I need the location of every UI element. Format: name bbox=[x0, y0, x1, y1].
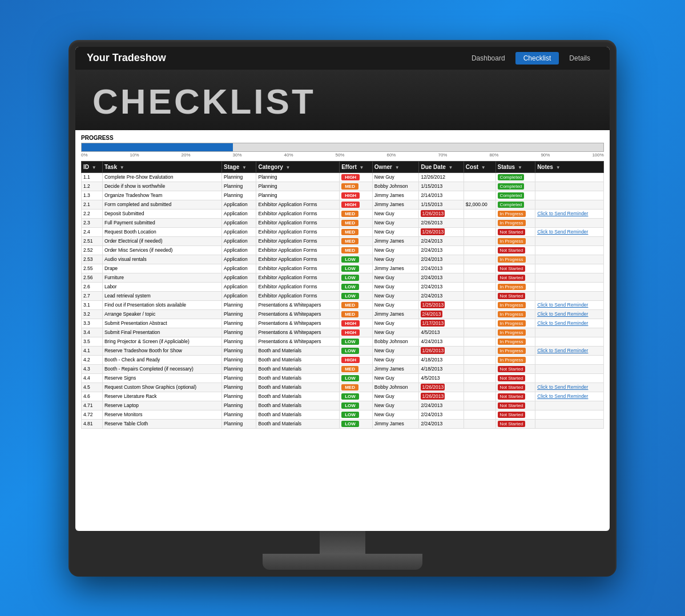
cell-notes[interactable]: Click to Send Reminder bbox=[535, 209, 604, 218]
cell-cost bbox=[464, 410, 495, 419]
cell-task: Drape bbox=[102, 264, 221, 273]
cell-notes[interactable]: Click to Send Reminder bbox=[535, 319, 604, 328]
cell-id: 4.5 bbox=[82, 383, 103, 392]
status-badge: Not Started bbox=[498, 375, 525, 381]
col-owner: Owner ▼ bbox=[372, 161, 419, 172]
table-row: 2.51Order Electrical (if needed)Applicat… bbox=[82, 236, 604, 245]
effort-badge: LOW bbox=[341, 348, 359, 354]
cell-category: Exhibitor Application Forms bbox=[256, 291, 340, 300]
send-reminder-link[interactable]: Click to Send Reminder bbox=[537, 393, 588, 399]
cell-due-date: 4/18/2013 bbox=[419, 355, 464, 364]
send-reminder-link[interactable]: Click to Send Reminder bbox=[537, 348, 588, 353]
effort-badge: HIGH bbox=[341, 202, 360, 208]
cell-owner: New Guy bbox=[372, 410, 419, 419]
cell-category: Exhibitor Application Forms bbox=[256, 282, 340, 291]
overdue-date: 1/26/2013 bbox=[421, 384, 445, 390]
tab-details[interactable]: Details bbox=[561, 52, 598, 65]
effort-badge: MED bbox=[341, 247, 358, 253]
send-reminder-link[interactable]: Click to Send Reminder bbox=[537, 302, 588, 308]
cell-id: 2.52 bbox=[82, 245, 103, 255]
cell-status: Not Started bbox=[495, 373, 535, 383]
cell-cost bbox=[464, 182, 495, 191]
cell-notes bbox=[535, 255, 604, 264]
cell-due-date: 2/24/2013 bbox=[419, 264, 464, 273]
status-badge: Not Started bbox=[498, 366, 525, 372]
cell-category: Exhibitor Application Forms bbox=[256, 209, 340, 218]
cell-task: Complete Pre-Show Evalutation bbox=[102, 172, 221, 182]
cell-notes[interactable]: Click to Send Reminder bbox=[535, 300, 604, 309]
send-reminder-link[interactable]: Click to Send Reminder bbox=[537, 229, 588, 235]
cell-category: Exhibitor Application Forms bbox=[256, 200, 340, 209]
monitor-stand bbox=[75, 531, 610, 577]
cell-category: Presentations & Whitepapers bbox=[256, 319, 340, 328]
overdue-date: 1/26/2013 bbox=[421, 210, 445, 217]
cell-due-date: 2/24/2013 bbox=[419, 255, 464, 264]
cell-status: Not Started bbox=[495, 227, 535, 236]
cell-task: Audio visual rentals bbox=[102, 255, 221, 264]
status-badge: In Progress bbox=[498, 311, 526, 317]
cell-notes bbox=[535, 355, 604, 364]
cell-cost bbox=[464, 337, 495, 346]
cell-stage: Application bbox=[222, 291, 256, 300]
progress-bar-container bbox=[81, 143, 604, 152]
tab-dashboard[interactable]: Dashboard bbox=[464, 52, 513, 65]
cell-task: Order Electrical (if needed) bbox=[102, 236, 221, 245]
send-reminder-link[interactable]: Click to Send Reminder bbox=[537, 320, 588, 326]
cell-due-date: 2/4/2013 bbox=[419, 309, 464, 319]
cell-stage: Application bbox=[222, 245, 256, 255]
cell-notes[interactable]: Click to Send Reminder bbox=[535, 309, 604, 319]
overdue-date: 1/26/2013 bbox=[421, 347, 445, 354]
cell-effort: MED bbox=[340, 227, 373, 236]
send-reminder-link[interactable]: Click to Send Reminder bbox=[537, 311, 588, 317]
cell-status: In Progress bbox=[495, 355, 535, 364]
cell-notes[interactable]: Click to Send Reminder bbox=[535, 227, 604, 236]
cell-task: Request Booth Location bbox=[102, 227, 221, 236]
cell-due-date: 2/24/2013 bbox=[419, 410, 464, 419]
cell-notes[interactable]: Click to Send Reminder bbox=[535, 392, 604, 401]
table-row: 2.53Audio visual rentalsApplicationExhib… bbox=[82, 255, 604, 264]
cell-notes bbox=[535, 245, 604, 255]
cell-id: 3.4 bbox=[82, 328, 103, 337]
cell-cost bbox=[464, 255, 495, 264]
cell-task: Arrange Speaker / topic bbox=[102, 309, 221, 319]
cell-stage: Application bbox=[222, 218, 256, 227]
status-badge: In Progress bbox=[498, 256, 526, 263]
cell-owner: New Guy bbox=[372, 346, 419, 355]
cell-owner: New Guy bbox=[372, 245, 419, 255]
cell-task: Order Misc Services (if needed) bbox=[102, 245, 221, 255]
cell-effort: HIGH bbox=[340, 191, 373, 200]
cell-task: Booth - Repairs Completed (if necessary) bbox=[102, 364, 221, 373]
cell-category: Booth and Materials bbox=[256, 401, 340, 410]
status-badge: Not Started bbox=[498, 384, 525, 390]
cell-cost bbox=[464, 236, 495, 245]
cell-cost bbox=[464, 383, 495, 392]
send-reminder-link[interactable]: Click to Send Reminder bbox=[537, 211, 588, 216]
cell-notes[interactable]: Click to Send Reminder bbox=[535, 383, 604, 392]
status-badge: Completed bbox=[498, 174, 525, 180]
effort-badge: MED bbox=[341, 183, 358, 190]
status-badge: Not Started bbox=[498, 247, 525, 253]
send-reminder-link[interactable]: Click to Send Reminder bbox=[537, 384, 588, 390]
table-row: 2.2Deposit SubmittedApplicationExhibitor… bbox=[82, 209, 604, 218]
cell-effort: LOW bbox=[340, 291, 373, 300]
cell-effort: HIGH bbox=[340, 355, 373, 364]
page-heading: CHECKLIST bbox=[92, 81, 316, 122]
cell-effort: LOW bbox=[340, 392, 373, 401]
effort-badge: HIGH bbox=[341, 192, 360, 199]
cell-due-date: 12/26/2012 bbox=[419, 172, 464, 182]
cell-cost bbox=[464, 245, 495, 255]
nav-tabs: Dashboard Checklist Details bbox=[464, 52, 598, 65]
cell-status: In Progress bbox=[495, 319, 535, 328]
cell-id: 2.7 bbox=[82, 291, 103, 300]
cell-status: Not Started bbox=[495, 410, 535, 419]
cell-stage: Planning bbox=[222, 191, 256, 200]
cell-status: In Progress bbox=[495, 209, 535, 218]
cell-notes[interactable]: Click to Send Reminder bbox=[535, 346, 604, 355]
cell-task: Request Custom Show Graphics (optional) bbox=[102, 383, 221, 392]
status-badge: In Progress bbox=[498, 320, 526, 327]
cell-cost bbox=[464, 209, 495, 218]
cell-cost bbox=[464, 291, 495, 300]
tab-checklist[interactable]: Checklist bbox=[515, 52, 559, 65]
cell-status: In Progress bbox=[495, 346, 535, 355]
progress-section: PROGRESS 0% 10% 20% 30% 40% 50% 60% 70% … bbox=[81, 135, 604, 158]
